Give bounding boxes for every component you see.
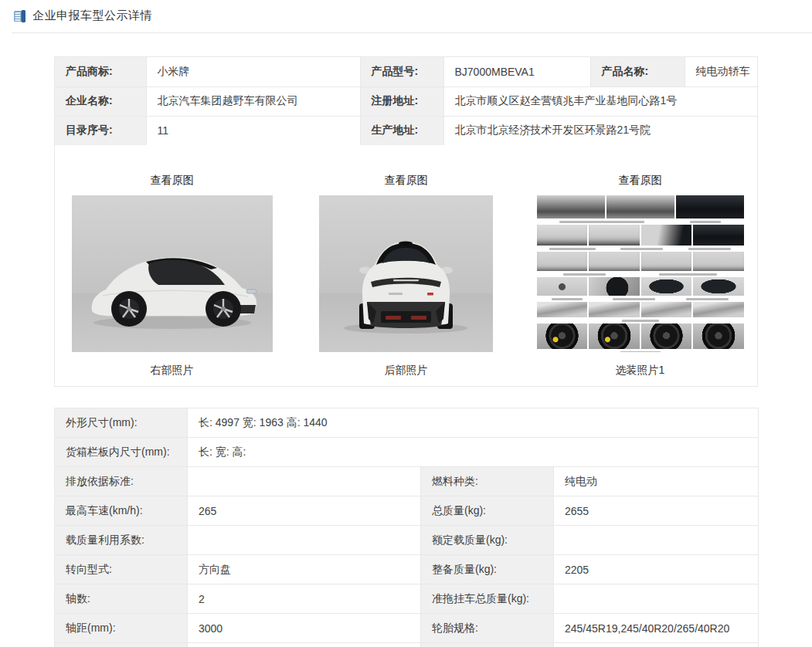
field-value: 纯电动轿车 — [685, 57, 759, 86]
field-label: 外形尺寸(mm): — [55, 408, 188, 438]
field-value — [188, 467, 421, 496]
field-value — [188, 526, 421, 555]
field-value: 3000 — [188, 614, 421, 643]
field-value — [554, 584, 759, 614]
field-value — [554, 643, 759, 647]
field-value: 长: 宽: 高: — [188, 438, 759, 467]
table-row: 企业名称: 北京汽车集团越野车有限公司 注册地址: 北京市顺义区赵全营镇兆丰产业… — [55, 86, 759, 116]
collage-tile — [589, 252, 640, 271]
page-header: 企业申报车型公示详情 — [0, 0, 812, 23]
field-label — [55, 643, 188, 647]
collage-caption — [622, 320, 659, 322]
collage-tile — [641, 252, 692, 271]
collage-tile — [641, 277, 692, 296]
view-original-link[interactable]: 查看原图 — [619, 174, 662, 188]
field-value: 245/45R19,245/40R20/265/40R20 — [554, 614, 759, 643]
field-label: 产品商标: — [55, 57, 146, 86]
field-label: 转向型式: — [55, 555, 188, 584]
field-label: 轴数: — [55, 584, 188, 614]
collage-tile — [537, 277, 588, 296]
field-value: 方向盘 — [188, 555, 421, 584]
field-value — [554, 526, 759, 555]
table-row: 目录序号: 11 生产地址: 北京市北京经济技术开发区环景路21号院 — [55, 116, 759, 145]
field-value: 11 — [146, 116, 360, 145]
collage-tile — [589, 302, 640, 317]
collage-caption — [659, 273, 717, 276]
page-title: 企业申报车型公示详情 — [32, 8, 152, 23]
field-label: 注册地址: — [360, 86, 443, 116]
collage-tile — [537, 252, 588, 271]
field-label: 燃料种类: — [421, 467, 554, 496]
table-row: 最高车速(km/h): 265 总质量(kg): 2655 — [55, 496, 759, 526]
field-value: 小米牌 — [146, 57, 360, 86]
collage-caption — [686, 298, 729, 300]
photo-column-options: 查看原图 — [523, 145, 757, 386]
field-label: 排放依据标准: — [55, 467, 188, 496]
field-label: 准拖挂车总质量(kg): — [421, 584, 554, 614]
collage-caption — [613, 298, 655, 300]
collage-tile — [606, 195, 674, 218]
collage-caption — [549, 248, 596, 250]
options-collage-image — [537, 195, 744, 352]
field-value: BJ7000MBEVA1 — [443, 57, 590, 86]
rear-photo-image — [319, 195, 493, 352]
right-side-photo-image — [72, 195, 273, 352]
table-row: 转向型式: 方向盘 整备质量(kg): 2205 — [55, 555, 759, 584]
ledger-icon — [14, 10, 25, 22]
collage-tile — [589, 225, 640, 246]
table-row: 轴数: 2 准拖挂车总质量(kg): — [55, 584, 759, 614]
spec-section: 外形尺寸(mm): 长: 4997 宽: 1963 高: 1440 货箱栏板内尺… — [54, 408, 758, 647]
collage-tile — [537, 195, 605, 218]
field-label: 总质量(kg): — [421, 496, 554, 526]
collage-caption — [620, 248, 663, 250]
collage-caption — [552, 298, 583, 300]
field-value: 2655 — [554, 496, 759, 526]
field-label: 载质量利用系数: — [55, 526, 188, 555]
photo-caption: 后部照片 — [385, 364, 428, 378]
field-value: 265 — [188, 496, 421, 526]
vehicle-info-table: 产品商标: 小米牌 产品型号: BJ7000MBEVA1 产品名称: 纯电动轿车… — [55, 57, 759, 145]
view-original-link[interactable]: 查看原图 — [151, 174, 194, 188]
table-row: 货箱栏板内尺寸(mm): 长: 宽: 高: — [55, 438, 759, 467]
field-value: 2205 — [554, 555, 759, 584]
collage-tile — [537, 324, 588, 349]
collage-tile — [589, 324, 640, 349]
collage-tile — [641, 324, 692, 349]
collage-tile — [589, 277, 640, 296]
collage-tile — [693, 225, 744, 246]
collage-caption — [690, 221, 721, 223]
vehicle-spec-table: 外形尺寸(mm): 长: 4997 宽: 1963 高: 1440 货箱栏板内尺… — [54, 408, 759, 647]
table-row: 载质量利用系数: 额定载质量(kg): — [55, 526, 759, 555]
field-label: 生产地址: — [360, 116, 443, 145]
field-value: 北京汽车集团越野车有限公司 — [146, 86, 360, 116]
field-value: 2 — [188, 584, 421, 614]
field-label: 整备质量(kg): — [421, 555, 554, 584]
photos-section: 查看原图 — [55, 145, 757, 386]
collage-tile — [693, 252, 744, 271]
collage-caption — [559, 221, 644, 223]
view-original-link[interactable]: 查看原图 — [385, 174, 428, 188]
field-label: 企业名称: — [55, 86, 146, 116]
vehicle-declaration-card: 产品商标: 小米牌 产品型号: BJ7000MBEVA1 产品名称: 纯电动轿车… — [54, 56, 758, 387]
collage-tile — [676, 195, 744, 218]
table-row: 轴距(mm): 3000 轮胎规格: 245/45R19,245/40R20/2… — [55, 614, 759, 643]
field-value — [188, 643, 421, 647]
collage-caption — [620, 351, 661, 353]
field-value: 北京市北京经济技术开发区环景路21号院 — [443, 116, 759, 145]
table-row-clipped — [55, 643, 759, 647]
collage-tile — [641, 302, 692, 317]
collage-tile — [537, 225, 588, 246]
collage-caption — [563, 273, 606, 276]
field-label — [421, 643, 554, 647]
collage-tile — [641, 225, 692, 246]
field-value: 长: 4997 宽: 1963 高: 1440 — [188, 408, 759, 438]
field-label: 产品名称: — [590, 57, 685, 86]
field-label: 轴距(mm): — [55, 614, 188, 643]
collage-tile — [693, 302, 744, 317]
field-value: 北京市顺义区赵全营镇兆丰产业基地同心路1号 — [443, 86, 759, 116]
table-row: 外形尺寸(mm): 长: 4997 宽: 1963 高: 1440 — [55, 408, 759, 438]
collage-tile — [693, 324, 744, 349]
field-label: 额定载质量(kg): — [421, 526, 554, 555]
collage-caption — [688, 248, 731, 250]
field-label: 产品型号: — [360, 57, 443, 86]
